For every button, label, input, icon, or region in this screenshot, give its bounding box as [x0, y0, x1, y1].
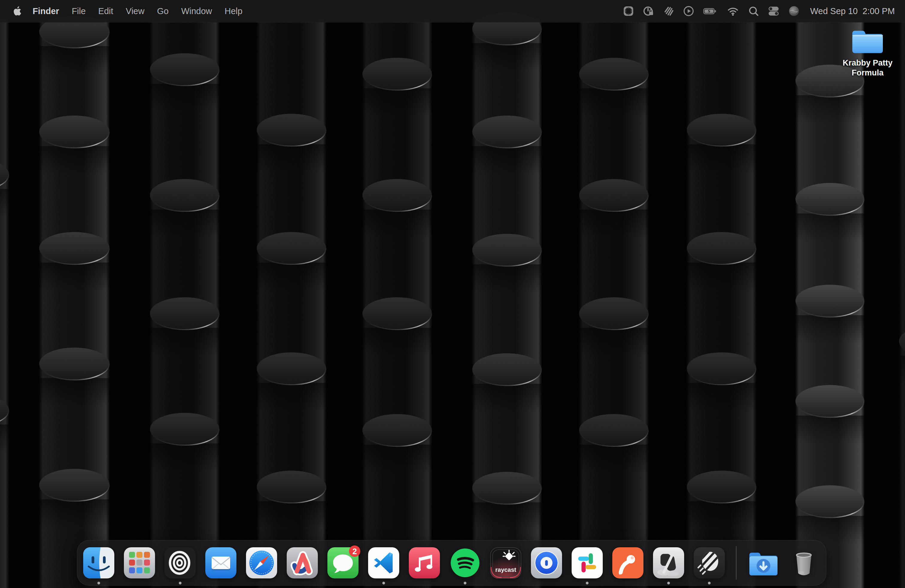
- folder-label: Krabby Patty Formula: [835, 58, 900, 78]
- messages-icon: 2: [327, 547, 359, 578]
- desktop-folder-krabby-patty-formula[interactable]: Krabby Patty Formula: [835, 27, 900, 78]
- folder-icon: [850, 27, 885, 56]
- menu-item-finder[interactable]: Finder: [26, 6, 65, 16]
- dock-separator: [736, 546, 737, 580]
- dock-item-postman[interactable]: [612, 547, 643, 578]
- dock-item-dark_d[interactable]: [653, 547, 684, 578]
- downloads-icon: [748, 547, 779, 578]
- onepassword-icon: [531, 547, 562, 578]
- search-icon[interactable]: [748, 5, 760, 17]
- dock: 2 raycast: [77, 540, 826, 586]
- striped_sphere-icon: [694, 547, 725, 578]
- dock-item-trash[interactable]: [788, 547, 819, 578]
- menu-bar: FinderFileEditViewGoWindowHelp Wed Sep 1…: [0, 0, 905, 22]
- menu-item-edit[interactable]: Edit: [92, 6, 119, 16]
- dock-item-messages[interactable]: 2: [327, 547, 359, 578]
- menu-item-view[interactable]: View: [119, 6, 151, 16]
- running-indicator: [708, 582, 711, 585]
- clock-time: 2:00 PM: [862, 6, 895, 16]
- safari-icon: [246, 547, 277, 578]
- dock-item-finder[interactable]: [83, 547, 114, 578]
- launchpad-icon: [124, 547, 155, 578]
- app-menus: FinderFileEditViewGoWindowHelp: [26, 6, 249, 16]
- svg-text:2: 2: [352, 547, 357, 556]
- wallpaper: [0, 0, 905, 588]
- dock-item-safari[interactable]: [246, 547, 277, 578]
- clock-lock-icon[interactable]: [643, 5, 654, 17]
- menu-item-window[interactable]: Window: [175, 6, 218, 16]
- desktop-screen: FinderFileEditViewGoWindowHelp Wed Sep 1…: [0, 0, 905, 588]
- trash-icon: [788, 547, 819, 578]
- menu-item-go[interactable]: Go: [151, 6, 175, 16]
- control-center-icon[interactable]: [768, 5, 780, 17]
- running-indicator: [464, 582, 467, 585]
- dock-item-bullseye[interactable]: [165, 547, 196, 578]
- slack-icon: [572, 547, 603, 578]
- bullseye-icon: [165, 547, 196, 578]
- clock-date: Wed Sep 10: [810, 6, 858, 16]
- menu-bar-clock[interactable]: Wed Sep 10 2:00 PM: [810, 6, 895, 16]
- siri-orb-icon[interactable]: [788, 5, 800, 17]
- music-icon: [409, 547, 440, 578]
- striped-flag-icon[interactable]: [663, 5, 675, 17]
- starburst-menu-icon[interactable]: [622, 5, 635, 17]
- menu-bar-left: FinderFileEditViewGoWindowHelp: [0, 6, 249, 16]
- raycast-label: raycast: [495, 566, 516, 573]
- raycast-icon: raycast: [490, 547, 521, 578]
- notification-badge: 2: [349, 545, 360, 557]
- dock-item-letter_a[interactable]: [287, 547, 318, 578]
- postman-icon: [612, 547, 643, 578]
- letter_a-icon: [287, 547, 318, 578]
- wifi-icon[interactable]: [726, 5, 740, 17]
- apple-icon[interactable]: [13, 6, 22, 16]
- menu-item-file[interactable]: File: [65, 6, 92, 16]
- dock-item-vscode[interactable]: [368, 547, 399, 578]
- running-indicator: [667, 582, 670, 585]
- dock-item-music[interactable]: [409, 547, 440, 578]
- dock-item-raycast[interactable]: raycast: [490, 547, 521, 578]
- dock-item-striped_sphere[interactable]: [694, 547, 725, 578]
- running-indicator: [586, 582, 589, 585]
- running-indicator: [383, 582, 385, 585]
- dock-item-launchpad[interactable]: [124, 547, 155, 578]
- menu-item-help[interactable]: Help: [219, 6, 249, 16]
- battery-charging-icon[interactable]: [703, 5, 718, 17]
- spotify-icon: [449, 547, 481, 578]
- mail-icon: [205, 547, 237, 578]
- dock-item-spotify[interactable]: [449, 547, 481, 578]
- menu-bar-status: Wed Sep 10 2:00 PM: [622, 5, 905, 17]
- dark_d-icon: [653, 547, 684, 578]
- dock-item-downloads[interactable]: [748, 547, 779, 578]
- dock-item-onepassword[interactable]: [531, 547, 562, 578]
- finder-icon: [83, 547, 114, 578]
- dock-item-mail[interactable]: [205, 547, 237, 578]
- running-indicator: [98, 582, 100, 585]
- running-indicator: [179, 582, 182, 585]
- play-circle-icon[interactable]: [683, 5, 695, 17]
- dock-item-slack[interactable]: [572, 547, 603, 578]
- vscode-icon: [368, 547, 399, 578]
